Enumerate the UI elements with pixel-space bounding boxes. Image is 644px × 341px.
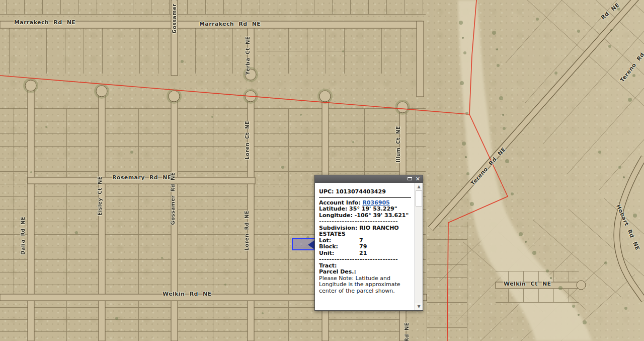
road-label-marrakech-west: Marrakech Rd NE bbox=[14, 19, 75, 26]
road-label-eisley-ct: Eisley Ct NE bbox=[97, 176, 103, 216]
upc-line: UPC: 1013074403429 bbox=[319, 189, 413, 195]
map-viewport[interactable]: Marrakech Rd NE Marrakech Rd NE Gossamer… bbox=[0, 0, 644, 341]
road-label-yerba-ct: Yerba Ct NE bbox=[245, 36, 251, 75]
road-label-loren-rd: Loren Rd NE bbox=[244, 211, 250, 251]
road-label-gossamer-north: Gossamer Rd NE bbox=[172, 0, 177, 34]
parcel-info-popup: ✕ UPC: 1013074403429 Account Info: R0369… bbox=[314, 175, 423, 311]
scroll-up-icon[interactable]: ▲ bbox=[415, 183, 423, 190]
popup-titlebar[interactable]: ✕ bbox=[315, 175, 423, 183]
maximize-icon[interactable] bbox=[408, 177, 412, 180]
scroll-down-icon[interactable]: ▼ bbox=[415, 303, 423, 310]
popup-anchor-arrow bbox=[308, 240, 314, 249]
close-icon[interactable]: ✕ bbox=[416, 175, 420, 183]
popup-scrollbar[interactable]: ▲ ▼ bbox=[415, 183, 423, 310]
subdivision-line: Subdivision: RIO RANCHO ESTATES bbox=[319, 225, 413, 238]
account-info-link[interactable]: R036905 bbox=[362, 199, 389, 206]
dashed-divider: ------------------------------- bbox=[319, 256, 413, 263]
road-label-loren-ct: Loren Ct NE bbox=[245, 121, 250, 160]
arroyo-wash bbox=[458, 0, 592, 341]
scrollbar-thumb[interactable] bbox=[416, 190, 422, 207]
dashed-divider: ------------------------------- bbox=[319, 219, 413, 225]
road-label-gossamer-mid: Gossamer Rd NE bbox=[170, 172, 176, 225]
road-label-illum-ct: Illum Ct NE bbox=[395, 126, 401, 163]
parcel-des-line: Parcel Des.: bbox=[319, 269, 413, 276]
longitude-line: Longitude: -106° 39' 33.621" bbox=[319, 213, 413, 219]
divider-rule bbox=[319, 197, 411, 198]
popup-note: Please Note: Latitude and Longitude is t… bbox=[319, 276, 413, 295]
road-label-dalia: Dalia Rd NE bbox=[20, 217, 26, 255]
unit-row: Unit:21 bbox=[319, 250, 413, 257]
road-label-marrakech-east: Marrakech Rd NE bbox=[199, 21, 261, 27]
latitude-line: Latitude: 35° 19' 53.229" bbox=[319, 206, 413, 213]
block-row: Block:79 bbox=[319, 244, 413, 250]
road-label-welkin-rd: Welkin Rd NE bbox=[163, 291, 211, 297]
road-label-rosemary: Rosemary Rd NE bbox=[112, 174, 172, 181]
road-label-welkin-ct: Welkin Ct NE bbox=[504, 281, 551, 287]
road-label-fragment-bottom: Rd NE bbox=[404, 322, 410, 341]
popup-content: UPC: 1013074403429 Account Info: R036905… bbox=[315, 183, 415, 310]
